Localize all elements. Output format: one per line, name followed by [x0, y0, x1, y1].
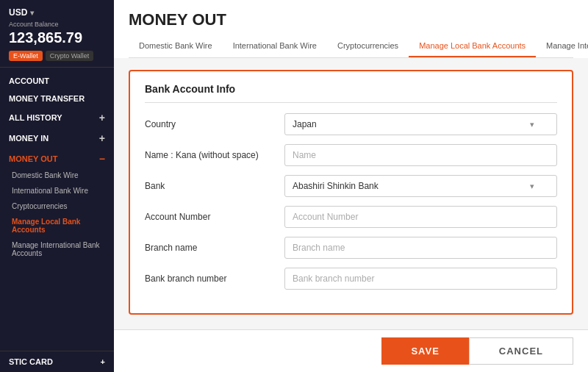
form-row-branch-name: Branch name — [145, 237, 557, 259]
country-field: Japan ▾ — [284, 113, 557, 135]
stic-card-label: STIC CARD — [9, 357, 53, 366]
sidebar-item-money-in-label: MONEY IN — [9, 134, 49, 143]
account-balance-label: Account Balance — [9, 21, 105, 28]
bank-label: Bank — [145, 181, 284, 191]
money-in-expand-icon: + — [99, 132, 105, 144]
sidebar-item-money-transfer-label: MONEY TRANSFER — [9, 94, 85, 103]
stic-card-plus-icon: + — [101, 357, 105, 366]
sidebar: USD ▾ Account Balance 123,865.79 E-Walle… — [0, 0, 114, 372]
bank-branch-number-field — [284, 268, 557, 290]
bank-chevron-down-icon: ▾ — [530, 182, 534, 191]
tab-manage-local-bank[interactable]: Manage Local Bank Accounts — [409, 35, 536, 57]
bank-select[interactable]: Abashiri Shinkin Bank ▾ — [284, 175, 557, 197]
branch-name-field — [284, 237, 557, 259]
sidebar-item-all-history[interactable]: ALL HISTORY + — [0, 106, 114, 126]
page-body: Bank Account Info Country Japan ▾ Name :… — [114, 58, 588, 329]
account-number-label: Account Number — [145, 212, 284, 222]
sidebar-header: USD ▾ Account Balance 123,865.79 E-Walle… — [0, 0, 114, 68]
sidebar-item-money-out[interactable]: MONEY OUT − — [0, 147, 114, 168]
crypto-wallet-tab[interactable]: Crypto Wallet — [46, 51, 94, 61]
ewallet-tab[interactable]: E-Wallet — [9, 51, 43, 61]
page-header: MONEY OUT Domestic Bank Wire Internation… — [114, 0, 588, 58]
bank-select-wrap: Abashiri Shinkin Bank ▾ — [284, 175, 557, 197]
country-chevron-down-icon: ▾ — [530, 120, 534, 129]
country-label: Country — [145, 119, 284, 129]
name-label: Name : Kana (without space) — [145, 150, 284, 160]
sidebar-item-all-history-label: ALL HISTORY — [9, 113, 62, 122]
all-history-expand-icon: + — [99, 112, 105, 124]
bank-branch-number-label: Bank branch number — [145, 273, 284, 284]
tab-domestic-bank-wire[interactable]: Domestic Bank Wire — [129, 35, 223, 57]
currency-label: USD — [9, 7, 27, 18]
tab-manage-international-bank[interactable]: Manage International Bank Ac... — [536, 35, 588, 57]
page-title: MONEY OUT — [129, 10, 573, 29]
main-content: MONEY OUT Domestic Bank Wire Internation… — [114, 0, 588, 372]
form-card-title: Bank Account Info — [145, 83, 557, 103]
sidebar-sub-domestic-bank-wire[interactable]: Domestic Bank Wire — [0, 168, 114, 183]
name-input[interactable] — [284, 144, 557, 166]
sidebar-sub-international-bank-wire[interactable]: International Bank Wire — [0, 183, 114, 198]
sidebar-item-account-label: ACCOUNT — [9, 76, 49, 85]
sidebar-sub-manage-local-bank[interactable]: Manage Local Bank Accounts — [0, 214, 114, 237]
country-select-wrap: Japan ▾ — [284, 113, 557, 135]
bank-branch-number-input[interactable] — [284, 268, 557, 290]
tab-bar: Domestic Bank Wire International Bank Wi… — [129, 35, 573, 58]
country-select[interactable]: Japan ▾ — [284, 113, 557, 135]
sidebar-item-money-transfer[interactable]: MONEY TRANSFER — [0, 88, 114, 106]
form-row-country: Country Japan ▾ — [145, 113, 557, 135]
sidebar-nav: ACCOUNT MONEY TRANSFER ALL HISTORY + MON… — [0, 68, 114, 351]
tab-cryptocurrencies[interactable]: Cryptocurrencies — [327, 35, 409, 57]
country-value: Japan — [293, 119, 317, 129]
account-number-field — [284, 206, 557, 228]
name-field — [284, 144, 557, 166]
form-row-bank-branch-number: Bank branch number — [145, 268, 557, 290]
sidebar-sub-cryptocurrencies[interactable]: Cryptocurrencies — [0, 198, 114, 214]
wallet-tabs: E-Wallet Crypto Wallet — [9, 51, 105, 61]
page-footer: SAVE CANCEL — [114, 329, 588, 372]
branch-name-input[interactable] — [284, 237, 557, 259]
tab-international-bank-wire[interactable]: International Bank Wire — [223, 35, 327, 57]
account-number-input[interactable] — [284, 206, 557, 228]
form-row-name: Name : Kana (without space) — [145, 144, 557, 166]
money-out-expand-icon: − — [99, 153, 105, 165]
save-button[interactable]: SAVE — [381, 337, 468, 365]
sidebar-footer-stic-card[interactable]: STIC CARD + — [0, 351, 114, 372]
sidebar-item-money-out-label: MONEY OUT — [9, 154, 57, 163]
currency-selector[interactable]: USD ▾ — [9, 7, 105, 18]
bank-account-info-card: Bank Account Info Country Japan ▾ Name :… — [129, 70, 573, 315]
sidebar-item-money-in[interactable]: MONEY IN + — [0, 126, 114, 147]
sidebar-item-account[interactable]: ACCOUNT — [0, 71, 114, 88]
branch-name-label: Branch name — [145, 243, 284, 253]
currency-chevron-icon: ▾ — [30, 9, 34, 17]
account-balance-value: 123,865.79 — [9, 29, 105, 46]
cancel-button[interactable]: CANCEL — [469, 337, 573, 365]
form-row-account-number: Account Number — [145, 206, 557, 228]
bank-field: Abashiri Shinkin Bank ▾ — [284, 175, 557, 197]
form-row-bank: Bank Abashiri Shinkin Bank ▾ — [145, 175, 557, 197]
bank-value: Abashiri Shinkin Bank — [293, 181, 379, 191]
sidebar-sub-manage-international-bank[interactable]: Manage International Bank Accounts — [0, 237, 114, 261]
